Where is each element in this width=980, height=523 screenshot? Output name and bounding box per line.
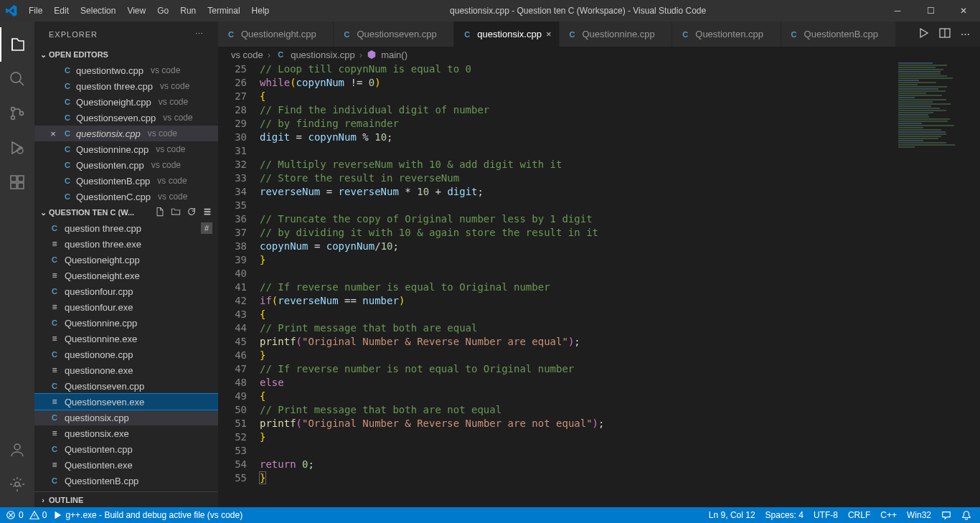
window-title: questionsix.cpp - Question ten C (Worksp…: [275, 6, 881, 16]
menu-edit[interactable]: Edit: [48, 6, 75, 16]
problems-warnings[interactable]: 0: [29, 510, 47, 520]
cpp-icon: C: [49, 224, 60, 232]
open-editor-item[interactable]: × C Questionnine.cpp vs code: [34, 141, 218, 157]
file-item[interactable]: Cquestionfour.cpp: [34, 283, 218, 299]
editor-tab[interactable]: C questionsix.cpp ×: [454, 22, 559, 47]
search-icon[interactable]: [0, 62, 34, 96]
open-editor-item[interactable]: × C Questioneight.cpp vs code: [34, 94, 218, 110]
breadcrumb[interactable]: vs code › C questionsix.cpp › main(): [218, 47, 980, 62]
close-icon[interactable]: ×: [546, 29, 552, 39]
cpp-icon: C: [567, 30, 578, 39]
open-editor-item[interactable]: × C QuestiontenB.cpp vs code: [34, 173, 218, 189]
open-editor-item[interactable]: × C QuestiontenC.cpp vs code: [34, 189, 218, 204]
close-icon[interactable]: ×: [47, 128, 59, 139]
file-item[interactable]: ≡Questioneight.exe: [34, 268, 218, 283]
menu-view[interactable]: View: [121, 6, 151, 16]
menu-run[interactable]: Run: [174, 6, 202, 16]
file-item[interactable]: ≡questionsix.exe: [34, 425, 218, 441]
cpp-icon: C: [49, 319, 60, 327]
cpp-icon: C: [679, 30, 691, 39]
file-item[interactable]: ≡questionone.exe: [34, 362, 218, 378]
encoding[interactable]: UTF-8: [814, 510, 838, 520]
split-editor-icon[interactable]: [939, 27, 951, 41]
cpp-icon: C: [49, 382, 60, 390]
svg-point-9: [14, 444, 20, 450]
indentation[interactable]: Spaces: 4: [765, 510, 804, 520]
menu-selection[interactable]: Selection: [75, 6, 121, 16]
file-item[interactable]: ≡question three.exe: [34, 236, 218, 252]
exe-icon: ≡: [49, 302, 60, 312]
minimap[interactable]: [898, 62, 970, 206]
folder-header[interactable]: ⌄ QUESTION TEN C (W...: [34, 204, 218, 220]
cpp-icon: C: [275, 50, 286, 59]
run-icon[interactable]: [918, 27, 929, 41]
outline-header[interactable]: › OUTLINE: [34, 491, 218, 507]
svg-point-10: [15, 482, 19, 486]
minimize-button[interactable]: ─: [881, 0, 914, 22]
settings-gear-icon[interactable]: [0, 467, 34, 501]
open-editors-header[interactable]: ⌄ OPEN EDITORS: [34, 47, 218, 62]
open-editor-item[interactable]: × C question three.cpp vs code: [34, 78, 218, 94]
notifications-icon[interactable]: [961, 510, 971, 520]
file-item[interactable]: ≡Questionnine.exe: [34, 331, 218, 347]
language-mode[interactable]: C++: [880, 510, 897, 520]
new-file-icon[interactable]: [155, 207, 165, 218]
file-item[interactable]: CQuestionseven.cpp: [34, 378, 218, 394]
file-item[interactable]: Cquestionsix.cpp: [34, 410, 218, 425]
editor-tab[interactable]: C Questionseven.cpp ×: [334, 22, 454, 47]
eol[interactable]: CRLF: [848, 510, 870, 520]
file-item[interactable]: CQuestionnine.cpp: [34, 315, 218, 331]
svg-rect-7: [11, 183, 17, 189]
editor-tab[interactable]: C Questionten.cpp ×: [672, 22, 781, 47]
extensions-icon[interactable]: [0, 165, 34, 199]
menu-terminal[interactable]: Terminal: [202, 6, 245, 16]
chevron-down-icon: ⌄: [37, 50, 49, 60]
file-item[interactable]: CQuestiontenB.cpp: [34, 473, 218, 489]
code-editor[interactable]: 2526272829303132333435363738394041424344…: [218, 62, 980, 507]
cpp-icon: C: [49, 476, 60, 485]
account-icon[interactable]: [0, 433, 34, 467]
problems-errors[interactable]: 0: [6, 510, 24, 520]
collapse-icon[interactable]: [202, 207, 212, 218]
open-editor-item[interactable]: × C Questionten.cpp vs code: [34, 157, 218, 173]
exe-icon: ≡: [49, 428, 60, 438]
platform[interactable]: Win32: [907, 510, 931, 520]
open-editor-item[interactable]: × C Questionseven.cpp vs code: [34, 110, 218, 126]
cpp-icon: C: [225, 30, 237, 39]
open-editor-item[interactable]: × C questiontwo.cpp vs code: [34, 62, 218, 78]
file-item[interactable]: ≡Questionseven.exe: [34, 394, 218, 410]
cursor-position[interactable]: Ln 9, Col 12: [709, 510, 755, 520]
cpp-icon: C: [49, 287, 60, 296]
menu-go[interactable]: Go: [151, 6, 174, 16]
run-debug-icon[interactable]: [0, 131, 34, 165]
close-button[interactable]: ✕: [947, 0, 980, 22]
svg-rect-5: [11, 176, 17, 182]
cpp-icon: C: [62, 82, 73, 90]
open-editor-item[interactable]: × C questionsix.cpp vs code: [34, 126, 218, 141]
explorer-icon[interactable]: [0, 27, 34, 62]
file-item[interactable]: CQuestionten.cpp: [34, 441, 218, 457]
file-item[interactable]: Cquestion three.cpp#: [34, 220, 218, 236]
menu-file[interactable]: File: [23, 6, 48, 16]
file-item[interactable]: CQuestioneight.cpp: [34, 252, 218, 268]
menu-help[interactable]: Help: [246, 6, 275, 16]
file-item[interactable]: Cquestionone.cpp: [34, 347, 218, 362]
maximize-button[interactable]: ☐: [914, 0, 947, 22]
cpp-icon: C: [62, 113, 73, 122]
cpp-icon: C: [341, 30, 352, 39]
exe-icon: ≡: [49, 365, 60, 375]
refresh-icon[interactable]: [187, 207, 197, 218]
editor-tab[interactable]: C Questionnine.cpp ×: [560, 22, 673, 47]
more-actions-icon[interactable]: ⋯: [961, 29, 970, 39]
feedback-icon[interactable]: [941, 510, 951, 520]
debug-config[interactable]: g++.exe - Build and debug active file (v…: [52, 510, 242, 520]
editor-tab[interactable]: C Questioneight.cpp ×: [218, 22, 334, 47]
more-icon[interactable]: ⋯: [195, 29, 204, 39]
editor-tab[interactable]: C QuestiontenB.cpp ×: [781, 22, 896, 47]
file-item[interactable]: ≡Questionten.exe: [34, 457, 218, 473]
exe-icon: ≡: [49, 270, 60, 281]
new-folder-icon[interactable]: [171, 207, 181, 218]
source-control-icon[interactable]: [0, 96, 34, 131]
titlebar: FileEditSelectionViewGoRunTerminalHelp q…: [0, 0, 980, 22]
file-item[interactable]: ≡questionfour.exe: [34, 299, 218, 315]
